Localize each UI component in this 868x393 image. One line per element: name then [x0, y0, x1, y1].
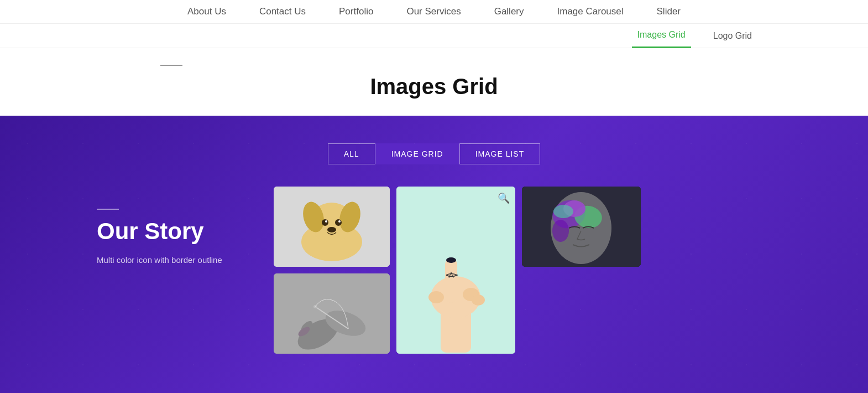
svg-point-31	[552, 220, 569, 242]
story-title: Our Story	[97, 219, 252, 244]
nav-our-services[interactable]: Our Services	[390, 0, 477, 24]
nav-slider[interactable]: Slider	[640, 0, 697, 24]
story-dash	[97, 209, 119, 210]
subnav-logo-grid[interactable]: Logo Grid	[708, 24, 757, 48]
title-dash	[160, 65, 182, 66]
image-puppy[interactable]	[274, 187, 390, 267]
svg-point-22	[472, 294, 485, 306]
page-title: Images Grid	[370, 74, 498, 99]
image-grid: 🔍	[274, 187, 771, 354]
grid-col-3	[522, 187, 641, 354]
nav-gallery[interactable]: Gallery	[478, 0, 541, 24]
zoom-icon[interactable]: 🔍	[498, 192, 510, 204]
svg-point-32	[553, 205, 573, 218]
svg-point-23	[428, 291, 444, 303]
image-face[interactable]	[522, 187, 641, 267]
filter-image-list[interactable]: IMAGE LIST	[459, 143, 541, 164]
grid-col-1	[274, 187, 390, 354]
story-description: Multi color icon with border outline	[97, 255, 252, 265]
filter-image-grid[interactable]: IMAGE GRID	[375, 143, 459, 164]
nav-image-carousel[interactable]: Image Carousel	[541, 0, 640, 24]
nav-contact-us[interactable]: Contact Us	[243, 0, 322, 24]
nav-portfolio[interactable]: Portfolio	[322, 0, 390, 24]
svg-rect-20	[445, 258, 457, 303]
svg-point-6	[335, 219, 342, 226]
filter-all[interactable]: ALL	[328, 143, 375, 164]
nav-about-us[interactable]: About Us	[171, 0, 243, 24]
subnav-images-grid[interactable]: Images Grid	[632, 24, 691, 48]
svg-point-7	[325, 220, 327, 223]
image-needle[interactable]	[274, 273, 390, 354]
image-hand[interactable]: 🔍	[396, 187, 515, 354]
content-row: Our Story Multi color icon with border o…	[75, 187, 793, 354]
svg-point-24	[446, 257, 456, 263]
purple-section: ALL IMAGE GRID IMAGE LIST Our Story Mult…	[0, 116, 868, 393]
grid-col-2: 🔍	[396, 187, 515, 354]
story-area: Our Story Multi color icon with border o…	[97, 187, 274, 265]
svg-point-5	[322, 219, 328, 226]
main-nav: About Us Contact Us Portfolio Our Servic…	[0, 0, 868, 48]
svg-point-8	[338, 220, 341, 223]
title-area: Images Grid	[0, 48, 868, 116]
filter-row: ALL IMAGE GRID IMAGE LIST	[328, 143, 541, 164]
svg-point-9	[327, 227, 336, 232]
